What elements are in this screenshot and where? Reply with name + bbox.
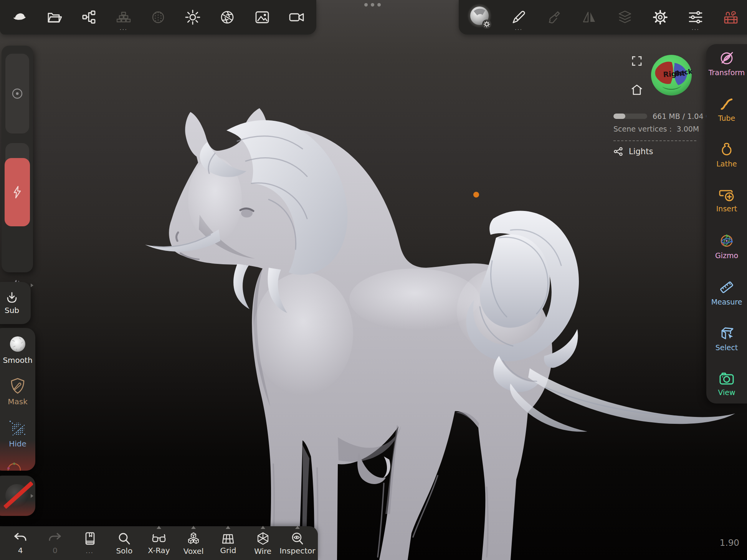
mask-label: Mask (8, 397, 28, 406)
render-aperture-icon[interactable] (216, 4, 238, 31)
intensity-slider-thumb[interactable] (5, 158, 30, 226)
sidebar-item-measure[interactable]: Measure (706, 279, 747, 306)
subtract-icon (5, 291, 18, 304)
solo-label: Solo (116, 547, 132, 555)
sub-tool-panel[interactable]: Sub (0, 282, 31, 324)
symmetry-submenu-caret[interactable] (30, 283, 34, 288)
xray-glasses-icon (151, 532, 167, 545)
sidebar-item-label: Tube (718, 114, 735, 122)
layers-icon-disabled[interactable] (614, 4, 636, 31)
sliders-options-icon[interactable]: ... (684, 4, 707, 31)
wire-active-marker (261, 526, 265, 529)
undo-icon (13, 532, 28, 545)
mirror-symmetry-icon-disabled[interactable] (578, 4, 600, 31)
lights-share-icon (613, 147, 623, 156)
no-tool-submenu-caret[interactable] (30, 493, 34, 499)
right-tool-sidebar: Transform Tube Lathe Insert Gizmo Measur… (706, 44, 747, 404)
inspector-button[interactable]: Inspector (281, 529, 314, 558)
scene-graph-icon[interactable] (78, 4, 100, 31)
redo-count: 0 (53, 547, 58, 554)
book-icon (83, 532, 96, 546)
top-center-handle[interactable] (364, 3, 381, 7)
image-icon[interactable] (251, 4, 273, 31)
lathe-icon (719, 142, 735, 158)
voxel-label: Voxel (183, 547, 204, 555)
inspector-active-marker (295, 526, 300, 529)
panel-scroll-gradient (0, 501, 35, 516)
grid-button[interactable]: Grid (212, 529, 244, 558)
pen-brush-icon[interactable]: ... (507, 4, 530, 31)
sidebar-item-label: View (718, 388, 735, 397)
sidebar-item-label: Lathe (716, 160, 737, 168)
sidebar-item-view[interactable]: View (706, 371, 747, 397)
grid-active-marker (226, 526, 230, 529)
inspector-label: Inspector (279, 547, 315, 555)
settings-gear-icon[interactable] (649, 4, 671, 31)
lights-label: Lights (629, 147, 653, 156)
voxel-cubes-icon (186, 532, 201, 546)
sidebar-item-transform[interactable]: Transform (706, 50, 747, 77)
nav-orientation-sphere[interactable]: Right Back (651, 54, 692, 96)
radius-slider[interactable] (5, 54, 29, 133)
material-sphere-icon[interactable] (467, 4, 494, 31)
sidebar-item-tube[interactable]: Tube (706, 96, 747, 122)
sidebar-item-label: Select (716, 343, 738, 352)
dotted-sphere-icon-disabled[interactable] (147, 4, 169, 31)
top-left-toolbar: ... (0, 0, 316, 35)
inspector-eye-icon (291, 532, 304, 546)
tool-mask[interactable]: Mask (0, 377, 35, 406)
paintbrush-icon-disabled[interactable] (543, 4, 565, 31)
bricks-more-indicator: ... (120, 26, 127, 30)
light-sun-icon[interactable] (182, 4, 204, 31)
sidebar-item-gizmo[interactable]: Gizmo (706, 232, 747, 260)
undo-button[interactable]: 4 (4, 529, 36, 558)
fullscreen-icon[interactable] (631, 55, 643, 67)
grid-label: Grid (220, 547, 236, 554)
bottom-toolbar: 4 0 ... Solo X-Ray Voxel (0, 526, 318, 560)
left-slider-panel: Sym (2, 46, 33, 272)
sidebar-item-label: Gizmo (715, 251, 738, 260)
solo-button[interactable]: Solo (108, 529, 140, 558)
xray-active-marker (157, 526, 161, 529)
tool-smooth[interactable]: Smooth (0, 334, 35, 365)
sidebar-item-insert[interactable]: Insert (706, 187, 747, 213)
voxel-button[interactable]: Voxel (177, 529, 210, 558)
smooth-ball-icon (8, 334, 28, 354)
select-icon (718, 325, 735, 341)
open-file-icon[interactable] (43, 4, 65, 31)
xray-button[interactable]: X-Ray (143, 529, 175, 558)
sidebar-item-lathe[interactable]: Lathe (706, 142, 747, 168)
mask-shield-icon (9, 377, 26, 395)
sidebar-item-label: Insert (716, 204, 737, 213)
history-book-button[interactable]: ... (74, 529, 106, 558)
nomad-sculpt-screen: ... (0, 0, 747, 560)
sidebar-item-select[interactable]: Select (706, 325, 747, 352)
sidebar-item-label: Measure (711, 298, 742, 306)
redo-button[interactable]: 0 (39, 529, 71, 558)
zoom-level-readout: 1.90 (712, 538, 739, 548)
gizmo-icon (718, 232, 735, 249)
hide-dotted-icon (8, 420, 27, 438)
status-block: 661 MB / 1.04 G Scene vertices： 3.00M Li… (613, 111, 706, 156)
view-camera-icon (718, 371, 735, 386)
bricks-icon-disabled[interactable]: ... (112, 4, 135, 31)
nomad-logo-icon[interactable] (8, 4, 31, 31)
home-view-icon[interactable] (630, 84, 643, 96)
radius-falloff-icon (11, 87, 23, 100)
memory-bar (613, 114, 647, 119)
no-tool-panel[interactable] (0, 476, 35, 516)
wire-button[interactable]: Wire (247, 529, 279, 558)
panel-scroll-gradient (0, 440, 35, 471)
lights-section[interactable]: Lights (613, 147, 706, 156)
redo-icon (48, 532, 62, 545)
sub-label: Sub (5, 306, 19, 315)
memory-text: 661 MB / 1.04 G (653, 112, 711, 120)
toolbox-icon[interactable] (720, 4, 742, 31)
solo-magnifier-icon (117, 532, 131, 546)
xray-label: X-Ray (148, 547, 170, 554)
pen-more-indicator: ... (515, 26, 522, 30)
undo-count: 4 (18, 547, 23, 554)
video-camera-icon[interactable] (286, 4, 308, 31)
smooth-label: Smooth (3, 356, 32, 365)
transform-icon (719, 50, 735, 66)
